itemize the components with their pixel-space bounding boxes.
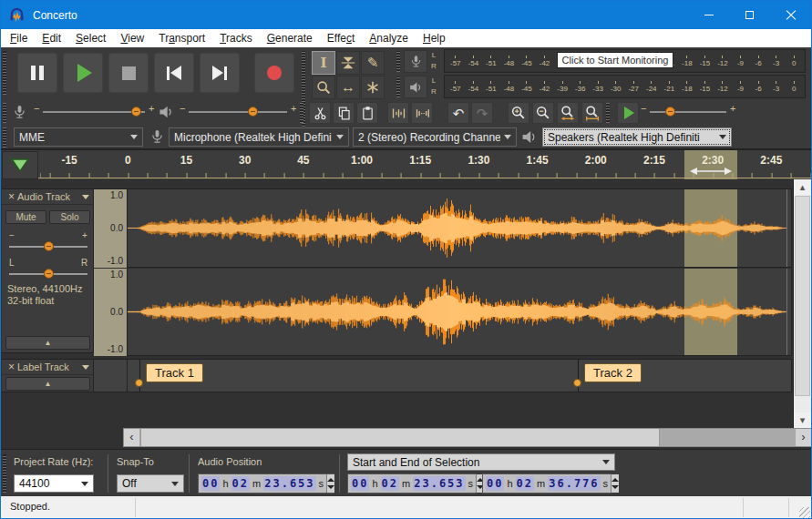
selection-mode-dropdown[interactable]: Start and End of Selection	[347, 453, 615, 471]
envelope-tool-button[interactable]	[336, 51, 360, 75]
device-toolbar-grip[interactable]	[3, 127, 6, 148]
timeline-ruler[interactable]: -1501530451:001:151:301:452:002:152:302:…	[1, 149, 811, 179]
seconds-value[interactable]: 23.653	[263, 476, 315, 491]
project-rate-dropdown[interactable]: 44100	[14, 474, 94, 493]
play-at-speed-button[interactable]	[617, 102, 639, 124]
close-track-icon[interactable]: ×	[5, 361, 17, 373]
gain-slider[interactable]	[9, 246, 87, 248]
hours-value[interactable]: 00	[351, 476, 369, 491]
zoom-fit-button[interactable]	[581, 102, 603, 124]
playback-volume-slider[interactable]	[189, 111, 287, 113]
edit-toolbar-grip[interactable]	[300, 103, 303, 123]
trim-audio-button[interactable]	[387, 102, 409, 124]
label-track-row[interactable]: Track 1 Track 2	[94, 359, 792, 392]
mute-button[interactable]: Mute	[5, 210, 46, 224]
snap-to-dropdown[interactable]: Off	[117, 474, 184, 493]
transcription-toolbar-grip[interactable]	[606, 103, 610, 123]
zoom-tool-button[interactable]	[312, 76, 335, 99]
waveform-channel-right[interactable]	[128, 269, 792, 356]
skip-to-start-button[interactable]	[154, 53, 194, 93]
selection-drag-arrows-icon[interactable]	[690, 167, 732, 176]
menu-item[interactable]: Select	[68, 29, 113, 47]
pause-button[interactable]	[17, 53, 57, 93]
audio-host-dropdown[interactable]: MME	[14, 127, 143, 147]
maximize-button[interactable]	[729, 1, 770, 29]
zoom-in-button[interactable]	[508, 102, 529, 124]
resize-grip[interactable]	[799, 507, 810, 518]
menu-item[interactable]: Tracks	[212, 29, 260, 47]
label-track-title[interactable]: Label Track	[17, 361, 82, 372]
record-button[interactable]	[254, 53, 294, 93]
playback-device-dropdown[interactable]: Speakers (Realtek High Definiti	[542, 127, 732, 147]
skip-to-end-button[interactable]	[200, 53, 240, 93]
paste-button[interactable]	[356, 102, 378, 124]
menu-item[interactable]: Help	[416, 29, 453, 47]
silence-audio-button[interactable]	[411, 102, 433, 124]
label-marker[interactable]	[139, 360, 140, 392]
scroll-up-button[interactable]: ▴	[794, 179, 811, 195]
label-text-box[interactable]: Track 2	[584, 363, 642, 382]
playback-meter[interactable]: -57-54-51-48-45-42-39-36-33-30-27-24-21-…	[444, 75, 806, 98]
recording-volume-thumb[interactable]	[131, 107, 141, 117]
collapse-label-track-button[interactable]: ▲	[5, 377, 90, 391]
play-button[interactable]	[63, 53, 103, 93]
seconds-value[interactable]: 36.776	[548, 476, 600, 491]
close-track-icon[interactable]: ×	[5, 191, 17, 203]
timeshift-tool-button[interactable]: ↔	[336, 76, 360, 99]
pan-slider[interactable]	[9, 273, 87, 275]
playback-volume-thumb[interactable]	[248, 107, 258, 117]
cut-button[interactable]	[309, 102, 331, 124]
menu-item[interactable]: Effect	[320, 29, 362, 47]
minutes-value[interactable]: 02	[516, 476, 534, 491]
record-meter-button[interactable]	[404, 50, 427, 73]
vertical-ruler-right-channel[interactable]: 1.00.0-1.0	[94, 269, 128, 356]
stop-button[interactable]	[108, 53, 149, 93]
minimize-button[interactable]	[688, 1, 729, 29]
mixer-toolbar-grip[interactable]	[3, 103, 6, 123]
menu-item[interactable]: Transport	[151, 29, 212, 47]
waveform-channel-left[interactable]	[128, 189, 792, 268]
hours-value[interactable]: 00	[486, 476, 504, 491]
time-spinner[interactable]	[326, 474, 334, 493]
redo-button[interactable]: ↷	[471, 102, 493, 124]
menu-item[interactable]: Edit	[35, 29, 68, 47]
track-menu-icon[interactable]	[82, 365, 89, 370]
horizontal-scrollbar[interactable]: ‹ ›	[123, 428, 812, 447]
recording-volume-slider[interactable]	[43, 111, 145, 113]
undo-button[interactable]: ↶	[447, 102, 469, 124]
time-spinner[interactable]	[611, 474, 619, 493]
vertical-ruler-left-channel[interactable]: 1.00.0-1.0	[94, 189, 128, 268]
minutes-value[interactable]: 02	[231, 476, 250, 491]
selection-end-field[interactable]: 00h 02m 36.776s	[482, 473, 612, 494]
scroll-right-button[interactable]: ›	[796, 429, 811, 446]
hours-value[interactable]: 00	[201, 476, 220, 491]
track-menu-icon[interactable]	[82, 195, 89, 199]
pan-thumb[interactable]	[44, 269, 54, 279]
selection-toolbar-grip[interactable]	[3, 454, 6, 493]
menu-item[interactable]: View	[113, 29, 151, 47]
recording-channels-dropdown[interactable]: 2 (Stereo) Recording Channels	[353, 127, 517, 147]
recording-meter-grip[interactable]	[396, 51, 400, 72]
multi-tool-button[interactable]	[361, 76, 385, 99]
menu-item[interactable]: Analyze	[362, 29, 416, 47]
pinned-playhead-button[interactable]	[2, 151, 38, 179]
close-button[interactable]	[770, 1, 811, 29]
scroll-left-button[interactable]: ‹	[124, 429, 139, 446]
transport-toolbar-grip[interactable]	[3, 51, 6, 95]
collapse-track-button[interactable]: ▲	[5, 336, 90, 350]
audio-track-title[interactable]: Audio Track	[17, 191, 82, 202]
menu-item[interactable]: File	[3, 29, 35, 47]
selection-start-field[interactable]: 00h 02m 23.653s	[347, 473, 477, 494]
gain-thumb[interactable]	[44, 241, 54, 251]
play-speed-thumb[interactable]	[665, 107, 675, 117]
draw-tool-button[interactable]: ✎	[361, 51, 385, 75]
minutes-value[interactable]: 02	[381, 476, 399, 491]
playback-meter-grip[interactable]	[396, 76, 400, 97]
zoom-to-selection-button[interactable]	[557, 102, 579, 124]
playback-meter-button[interactable]	[404, 76, 427, 98]
audio-position-field[interactable]: 00h 02m 23.653s	[198, 473, 334, 494]
label-text-box[interactable]: Track 1	[146, 363, 203, 382]
seconds-value[interactable]: 23.653	[413, 476, 465, 491]
scroll-down-button[interactable]: ▾	[794, 412, 811, 428]
label-marker[interactable]	[578, 360, 579, 392]
